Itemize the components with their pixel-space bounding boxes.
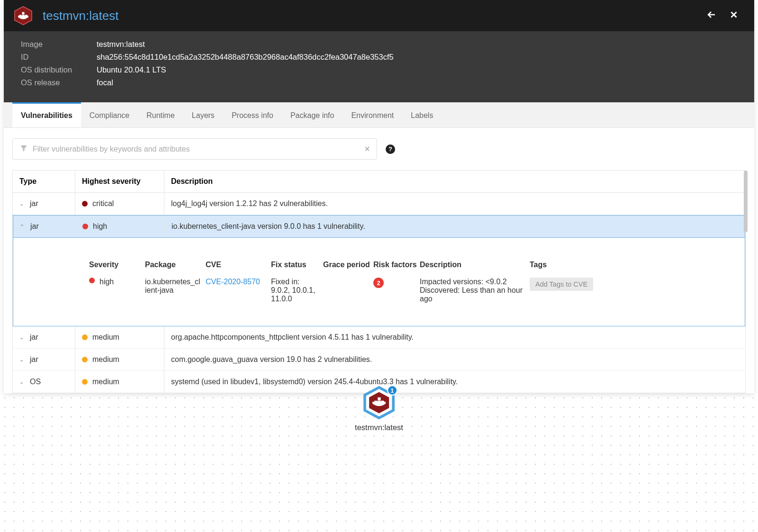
header: testmvn:latest Imagetestmvn:latest IDsha… — [4, 0, 754, 102]
cell-severity: medium — [92, 378, 119, 386]
add-tags-button[interactable]: Add Tags to CVE — [530, 278, 593, 291]
tab-package-info[interactable]: Package info — [282, 102, 343, 127]
dh-tags: Tags — [530, 261, 596, 269]
docker-hex-icon — [13, 6, 33, 26]
chevron-down-icon: ⌄ — [19, 357, 25, 363]
tab-compliance[interactable]: Compliance — [81, 102, 138, 127]
tab-layers[interactable]: Layers — [183, 102, 223, 127]
meta-label: Image — [21, 40, 97, 49]
tab-vulnerabilities[interactable]: Vulnerabilities — [12, 102, 81, 127]
severity-dot-icon — [82, 334, 88, 340]
cell-description: log4j_log4j version 1.2.12 has 2 vulnera… — [164, 193, 745, 215]
filter-input[interactable] — [33, 145, 360, 153]
cell-description: com.google.guava_guava version 19.0 has … — [164, 349, 745, 370]
meta-label: ID — [21, 53, 97, 62]
page-title: testmvn:latest — [43, 9, 118, 23]
footer-label: testmvn:latest — [355, 423, 403, 432]
tab-labels[interactable]: Labels — [402, 102, 442, 127]
svg-rect-4 — [22, 12, 24, 14]
cell-type: jar — [30, 222, 39, 231]
count-badge: 1 — [387, 385, 397, 396]
tabs: Vulnerabilities Compliance Runtime Layer… — [4, 102, 754, 128]
meta-value: testmvn:latest — [97, 40, 145, 49]
dr-fix: Fixed in: 9.0.2, 10.0.1, 11.0.0 — [271, 278, 323, 303]
severity-dot-icon — [82, 379, 88, 385]
scrollbar[interactable] — [744, 171, 748, 232]
dh-fix: Fix status — [271, 261, 323, 269]
cell-severity: high — [93, 222, 107, 231]
chevron-up-icon: ⌃ — [20, 224, 26, 230]
severity-dot-icon — [82, 201, 88, 207]
meta-value: Ubuntu 20.04.1 LTS — [97, 65, 166, 74]
chevron-down-icon: ⌄ — [19, 334, 25, 341]
clear-filter-icon[interactable]: × — [364, 144, 370, 154]
dr-grace — [323, 278, 373, 303]
filter-icon — [19, 144, 28, 154]
severity-dot-icon — [89, 278, 95, 283]
svg-rect-10 — [378, 397, 380, 400]
table-row[interactable]: ⌄jar medium com.google.guava_guava versi… — [13, 349, 745, 371]
cell-type: jar — [30, 199, 38, 208]
cell-severity: medium — [92, 355, 119, 364]
filter-box[interactable]: × — [12, 138, 377, 160]
tab-environment[interactable]: Environment — [343, 102, 402, 127]
dh-severity: Severity — [89, 261, 145, 269]
cell-description: systemd (used in libudev1, libsystemd0) … — [164, 371, 745, 393]
cell-description: io.kubernetes_client-java version 9.0.0 … — [165, 216, 745, 237]
footer-node[interactable]: 1 testmvn:latest — [355, 386, 403, 432]
meta-value: focal — [97, 78, 113, 87]
cell-type: jar — [30, 333, 38, 342]
dr-desc: Impacted versions: <9.0.2Discovered: Les… — [420, 278, 530, 303]
dh-desc: Description — [420, 261, 530, 269]
th-type[interactable]: Type — [13, 171, 75, 192]
table-row[interactable]: ⌄jar critical log4j_log4j version 1.2.12… — [13, 193, 745, 215]
table-row[interactable]: ⌃jar high io.kubernetes_client-java vers… — [13, 215, 745, 238]
table-row[interactable]: ⌄jar medium org.apache.httpcomponents_ht… — [13, 326, 745, 349]
cell-severity: medium — [92, 333, 119, 342]
metadata: Imagetestmvn:latest IDsha256:554c8d110e1… — [4, 31, 754, 102]
dh-cve: CVE — [206, 261, 271, 269]
dh-grace: Grace period — [323, 261, 373, 269]
dh-risk: Risk factors — [373, 261, 420, 269]
cell-severity: critical — [92, 199, 114, 208]
chevron-down-icon: ⌄ — [19, 201, 25, 207]
tab-runtime[interactable]: Runtime — [138, 102, 183, 127]
help-icon[interactable]: ? — [386, 144, 395, 154]
row-detail: Severity Package CVE Fix status Grace pe… — [13, 238, 745, 326]
cve-link[interactable]: CVE-2020-8570 — [206, 278, 260, 286]
vulnerabilities-table: Type Highest severity Description ⌄jar c… — [12, 170, 746, 393]
dr-package: io.kubernetes_client-java — [145, 278, 206, 303]
risk-badge[interactable]: 2 — [373, 278, 384, 288]
th-severity[interactable]: Highest severity — [75, 171, 164, 192]
cell-description: org.apache.httpcomponents_httpclient ver… — [164, 326, 745, 348]
dr-severity: high — [89, 278, 145, 303]
dh-package: Package — [145, 261, 206, 269]
dr-sev-text: high — [99, 278, 114, 286]
th-description[interactable]: Description — [164, 171, 745, 192]
severity-dot-icon — [82, 224, 88, 229]
cell-type: OS — [30, 378, 41, 386]
back-icon[interactable] — [706, 9, 717, 22]
severity-dot-icon — [82, 357, 88, 362]
meta-label: OS release — [21, 78, 97, 87]
chevron-down-icon: ⌄ — [19, 379, 25, 385]
meta-value: sha256:554c8d110e1cd5a2a3252b4488a8763b2… — [97, 53, 394, 62]
cell-type: jar — [30, 355, 38, 364]
tab-process-info[interactable]: Process info — [223, 102, 282, 127]
close-icon[interactable] — [729, 9, 739, 22]
meta-label: OS distribution — [21, 65, 97, 74]
